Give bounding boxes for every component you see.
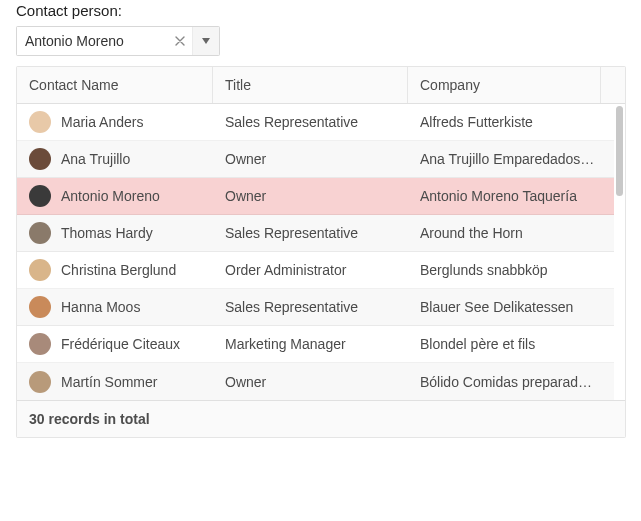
column-header-title[interactable]: Title <box>213 67 408 103</box>
contacts-grid: Contact Name Title Company Maria AndersS… <box>16 66 626 438</box>
dropdown-toggle[interactable] <box>193 27 219 55</box>
grid-footer: 30 records in total <box>17 400 625 437</box>
cell-company: Blondel père et fils <box>408 326 614 362</box>
table-row[interactable]: Christina BerglundOrder AdministratorBer… <box>17 252 614 289</box>
table-row[interactable]: Thomas HardySales RepresentativeAround t… <box>17 215 614 252</box>
avatar <box>29 333 51 355</box>
avatar <box>29 296 51 318</box>
cell-company: Alfreds Futterkiste <box>408 104 614 140</box>
table-row[interactable]: Hanna MoosSales RepresentativeBlauer See… <box>17 289 614 326</box>
avatar <box>29 371 51 393</box>
cell-title: Order Administrator <box>213 252 408 288</box>
cell-name: Antonio Moreno <box>17 178 213 214</box>
name-text: Ana Trujillo <box>61 151 130 167</box>
table-row[interactable]: Antonio MorenoOwnerAntonio Moreno Taquer… <box>17 178 614 215</box>
table-row[interactable]: Maria AndersSales RepresentativeAlfreds … <box>17 104 614 141</box>
column-header-company[interactable]: Company <box>408 67 601 103</box>
table-row[interactable]: Frédérique CiteauxMarketing ManagerBlond… <box>17 326 614 363</box>
cell-title: Sales Representative <box>213 215 408 251</box>
cell-company: Ana Trujillo Emparedados… <box>408 141 614 177</box>
cell-name: Ana Trujillo <box>17 141 213 177</box>
cell-company: Blauer See Delikatessen <box>408 289 614 325</box>
avatar <box>29 185 51 207</box>
avatar <box>29 111 51 133</box>
cell-company: Bólido Comidas preparad… <box>408 363 614 400</box>
cell-title: Owner <box>213 178 408 214</box>
contact-input[interactable] <box>17 27 167 55</box>
grid-body: Maria AndersSales RepresentativeAlfreds … <box>17 104 625 400</box>
cell-title: Owner <box>213 363 408 400</box>
table-row[interactable]: Ana TrujilloOwnerAna Trujillo Emparedado… <box>17 141 614 178</box>
field-label: Contact person: <box>16 0 625 22</box>
name-text: Maria Anders <box>61 114 143 130</box>
avatar <box>29 259 51 281</box>
cell-name: Thomas Hardy <box>17 215 213 251</box>
clear-icon[interactable] <box>167 27 193 55</box>
name-text: Christina Berglund <box>61 262 176 278</box>
scroll-spacer <box>601 67 625 103</box>
cell-name: Hanna Moos <box>17 289 213 325</box>
avatar <box>29 148 51 170</box>
cell-company: Around the Horn <box>408 215 614 251</box>
contact-combobox[interactable] <box>16 26 220 56</box>
cell-company: Antonio Moreno Taquería <box>408 178 614 214</box>
table-row[interactable]: Martín SommerOwnerBólido Comidas prepara… <box>17 363 614 400</box>
cell-title: Sales Representative <box>213 104 408 140</box>
name-text: Hanna Moos <box>61 299 140 315</box>
cell-name: Maria Anders <box>17 104 213 140</box>
name-text: Frédérique Citeaux <box>61 336 180 352</box>
cell-title: Marketing Manager <box>213 326 408 362</box>
cell-company: Berglunds snabbköp <box>408 252 614 288</box>
cell-title: Sales Representative <box>213 289 408 325</box>
avatar <box>29 222 51 244</box>
cell-name: Christina Berglund <box>17 252 213 288</box>
name-text: Thomas Hardy <box>61 225 153 241</box>
cell-title: Owner <box>213 141 408 177</box>
cell-name: Frédérique Citeaux <box>17 326 213 362</box>
name-text: Antonio Moreno <box>61 188 160 204</box>
column-header-name[interactable]: Contact Name <box>17 67 213 103</box>
grid-header: Contact Name Title Company <box>17 67 625 104</box>
cell-name: Martín Sommer <box>17 363 213 400</box>
vertical-scrollbar[interactable] <box>616 106 623 196</box>
name-text: Martín Sommer <box>61 374 157 390</box>
